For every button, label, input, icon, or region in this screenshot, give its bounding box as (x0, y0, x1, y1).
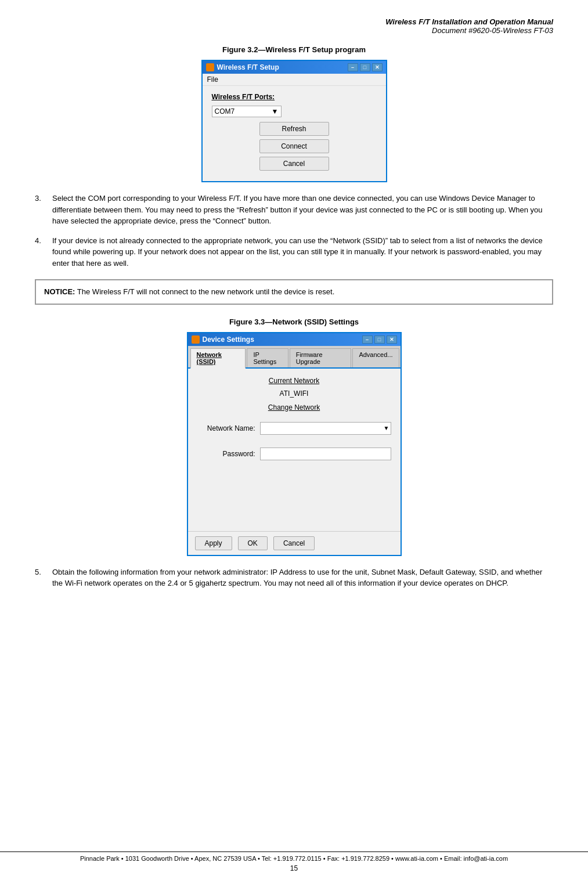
network-name-label: Network Name: (197, 424, 255, 432)
page-header: Wireless F/T Installation and Operation … (35, 17, 553, 35)
network-name-row: Network Name: ▼ (197, 422, 391, 435)
numbered-list: 3. Select the COM port corresponding to … (35, 193, 553, 269)
notice-text: The Wireless F/T will not connect to the… (77, 287, 334, 296)
cancel-button-2[interactable]: Cancel (273, 536, 315, 550)
notice-label: NOTICE: (44, 287, 75, 296)
com-value: COM7 (215, 107, 235, 116)
com-dropdown-arrow[interactable]: ▼ (272, 107, 279, 116)
dialog2-tabs[interactable]: Network (SSID) IP Settings Firmware Upgr… (188, 346, 401, 369)
tab-network-ssid[interactable]: Network (SSID) (190, 348, 246, 369)
close-button[interactable]: ✕ (372, 63, 383, 71)
password-input[interactable] (260, 448, 391, 460)
maximize-button-2[interactable]: □ (374, 335, 385, 344)
dialog2-footer: Apply OK Cancel (188, 531, 401, 555)
current-network-value: ATI_WIFI (197, 389, 391, 398)
close-button-2[interactable]: ✕ (387, 335, 397, 344)
apply-button[interactable]: Apply (195, 536, 232, 550)
connect-button[interactable]: Connect (259, 139, 329, 153)
maximize-button[interactable]: □ (360, 63, 370, 71)
footer-text: Pinnacle Park • 1031 Goodworth Drive • A… (0, 855, 588, 862)
dialog2-body: Current Network ATI_WIFI Change Network … (188, 369, 401, 531)
dialog1-icon (206, 63, 214, 71)
dialog1-titlebar: Wireless F/T Setup – □ ✕ (203, 61, 386, 74)
figure2-wrapper: Device Settings – □ ✕ Network (SSID) IP … (35, 332, 553, 556)
list-number-5: 5. (35, 567, 52, 589)
list-item-5: 5. Obtain the following information from… (35, 567, 553, 589)
file-menu[interactable]: File (207, 75, 218, 84)
numbered-list-2: 5. Obtain the following information from… (35, 567, 553, 589)
minimize-button[interactable]: – (348, 63, 358, 71)
dialog2-icon (192, 335, 200, 344)
figure1-wrapper: Wireless F/T Setup – □ ✕ File Wireless F… (35, 60, 553, 182)
list-text-5: Obtain the following information from yo… (52, 567, 553, 589)
dialog2-titlebar-left: Device Settings (192, 335, 254, 344)
refresh-button[interactable]: Refresh (259, 122, 329, 136)
dialog1-body: Wireless F/T Ports: COM7 ▼ Refresh Conne… (203, 86, 386, 181)
dialog1-controls[interactable]: – □ ✕ (348, 63, 383, 71)
password-label: Password: (197, 450, 255, 458)
list-number-4: 4. (35, 235, 52, 269)
minimize-button-2[interactable]: – (362, 335, 373, 344)
header-title: Wireless F/T Installation and Operation … (35, 17, 553, 26)
current-network-label: Current Network (197, 377, 391, 385)
dialog1-menubar[interactable]: File (203, 74, 386, 86)
password-row: Password: (197, 448, 391, 460)
tab-firmware-upgrade[interactable]: Firmware Upgrade (290, 348, 352, 367)
dialog2-controls[interactable]: – □ ✕ (362, 335, 397, 344)
list-text-4: If your device is not already connected … (52, 235, 553, 269)
figure1-caption: Figure 3.2—Wireless F/T Setup program (35, 45, 553, 54)
cancel-button-1[interactable]: Cancel (259, 157, 329, 171)
header-doc: Document #9620-05-Wireless FT-03 (35, 26, 553, 35)
ok-button[interactable]: OK (238, 536, 268, 550)
network-name-input[interactable]: ▼ (260, 422, 391, 435)
list-text-3: Select the COM port corresponding to you… (52, 193, 553, 227)
dialog2-titlebar: Device Settings – □ ✕ (188, 333, 401, 346)
list-item-4: 4. If your device is not already connect… (35, 235, 553, 269)
device-settings-dialog: Device Settings – □ ✕ Network (SSID) IP … (187, 332, 402, 556)
change-network-label: Change Network (197, 403, 391, 412)
tab-ip-settings[interactable]: IP Settings (247, 348, 288, 367)
dialog1-titlebar-left: Wireless F/T Setup (206, 63, 279, 71)
com-select[interactable]: COM7 ▼ (212, 106, 282, 117)
com-row: COM7 ▼ (212, 106, 377, 117)
dialog2-title: Device Settings (203, 335, 254, 344)
network-name-dropdown-arrow[interactable]: ▼ (384, 425, 389, 431)
page-number: 15 (0, 864, 588, 872)
notice-box: NOTICE: The Wireless F/T will not connec… (35, 279, 553, 305)
tab-advanced[interactable]: Advanced... (352, 348, 399, 367)
dialog1-title: Wireless F/T Setup (217, 63, 279, 71)
page-footer: Pinnacle Park • 1031 Goodworth Drive • A… (0, 851, 588, 872)
list-item-3: 3. Select the COM port corresponding to … (35, 193, 553, 227)
list-number-3: 3. (35, 193, 52, 227)
wireless-setup-dialog: Wireless F/T Setup – □ ✕ File Wireless F… (201, 60, 387, 182)
figure2-caption: Figure 3.3—Network (SSID) Settings (35, 317, 553, 326)
ports-label: Wireless F/T Ports: (212, 93, 377, 101)
